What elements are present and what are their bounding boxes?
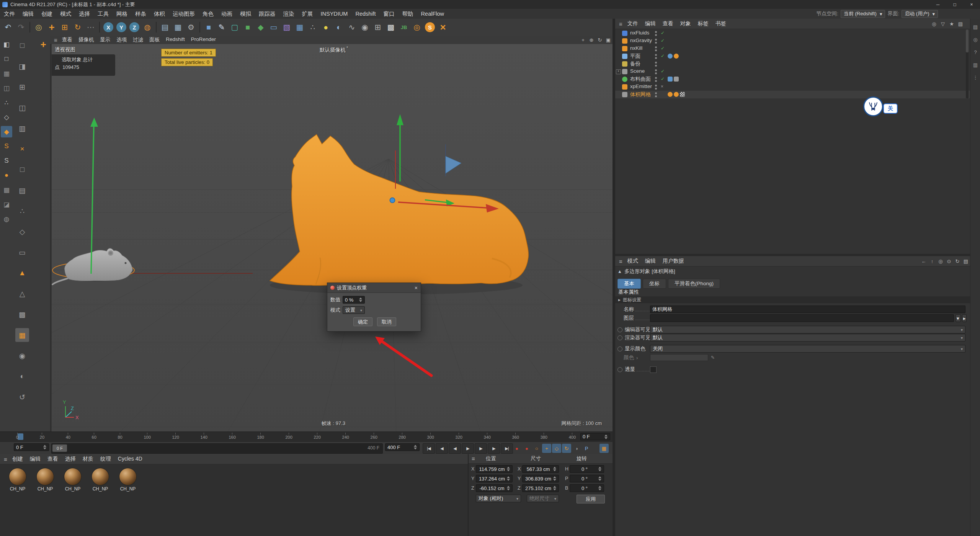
enabled-check-icon[interactable]: ✓ — [661, 69, 665, 74]
tab-basic[interactable]: 基本 — [617, 279, 641, 289]
material-menu-item[interactable]: 查看 — [44, 456, 62, 462]
material-menu-item[interactable]: 选择 — [62, 456, 79, 462]
rot-h-input[interactable]: 0 ° — [570, 465, 604, 473]
record-toggle-icon[interactable]: ◇ — [552, 444, 561, 453]
object-name[interactable]: 备份 — [630, 60, 640, 67]
cancel-button[interactable]: 取消 — [377, 317, 396, 326]
mode-tool-icon[interactable]: ◫ — [1, 82, 12, 94]
viewport-menu-item[interactable]: ProRender — [188, 36, 219, 43]
material-preview[interactable] — [9, 468, 26, 485]
edge-icon[interactable]: ? — [974, 49, 977, 55]
material-preview[interactable] — [37, 468, 54, 485]
menu-item[interactable]: 窗口 — [380, 9, 399, 19]
mode-tool-icon[interactable]: ▦ — [1, 68, 12, 79]
toolbar-icon[interactable]: ● — [319, 21, 332, 34]
apply-button[interactable]: 应用 — [577, 495, 605, 503]
object-tags[interactable] — [668, 92, 685, 97]
enabled-check-icon[interactable]: ✓ — [661, 76, 665, 82]
camera-label[interactable]: 默认摄像机 ° — [320, 46, 348, 54]
left-tool-icon[interactable]: ▥ — [15, 121, 29, 135]
left-tool-icon[interactable]: ◇ — [15, 225, 29, 239]
toolbar-icon[interactable]: ✎ — [215, 21, 228, 34]
object-name[interactable]: 布料曲面 — [630, 76, 651, 83]
object-menu-item[interactable]: 书签 — [712, 20, 730, 27]
timeline-slider-grip[interactable]: 0 F — [52, 444, 67, 452]
expand-icon[interactable]: + — [616, 69, 621, 74]
layer-link-icon[interactable]: ▸ — [962, 314, 967, 322]
mode-tool-icon[interactable]: ◧ — [1, 39, 12, 50]
edge-icon[interactable]: ▥ — [973, 62, 978, 68]
left-tool-icon[interactable]: ◫ — [15, 101, 29, 114]
viewport-menu-item[interactable]: 显示 — [97, 36, 113, 43]
object-row[interactable]: xpEmitter × — [615, 83, 970, 91]
left-tool-icon[interactable]: ◐ — [15, 369, 29, 383]
menu-item[interactable]: 网格 — [113, 9, 131, 19]
attribute-manager-icon[interactable]: ◎ — [937, 258, 944, 265]
object-icon[interactable] — [622, 38, 627, 44]
object-name[interactable]: nxKill — [630, 45, 642, 51]
menu-item[interactable]: RealFlow — [417, 9, 448, 19]
record-toggle-icon[interactable]: ◑ — [572, 444, 581, 453]
object-name[interactable]: 体积网格 — [630, 91, 651, 98]
object-icon[interactable] — [622, 69, 627, 74]
toolbar-icon[interactable]: Z — [129, 22, 139, 32]
object-name[interactable]: Scene — [630, 68, 645, 74]
size-x-input[interactable]: 567.33 cm — [522, 465, 559, 473]
mode-tool-icon[interactable]: □ — [1, 53, 12, 65]
attribute-manager-icon[interactable]: ▤ — [962, 258, 969, 265]
object-icon[interactable] — [622, 31, 627, 36]
mode-tool-icon[interactable]: ◆ — [1, 126, 12, 137]
toolbar-icon[interactable]: ■ — [241, 21, 254, 34]
viewport-menu-item[interactable]: 查看 — [59, 36, 75, 43]
visibility-dots[interactable] — [655, 31, 657, 36]
toolbar-icon[interactable]: ▦ — [293, 21, 306, 34]
toolbar-icon[interactable]: ⚙ — [185, 21, 198, 34]
attribute-menu-item[interactable]: 编辑 — [642, 258, 659, 265]
menu-item[interactable]: 编辑 — [19, 9, 38, 19]
start-frame-field[interactable]: 0 F — [14, 443, 49, 451]
viewport-menu-item[interactable]: 面板 — [146, 36, 163, 43]
mode-tool-icon[interactable]: ▩ — [1, 184, 12, 196]
left-tool-icon[interactable]: × — [15, 142, 29, 156]
object-manager-icon[interactable]: ▽ — [939, 20, 946, 27]
toolbar-icon[interactable] — [29, 22, 30, 33]
object-icon[interactable] — [622, 77, 627, 82]
mode-tool-icon[interactable]: ◇ — [1, 111, 12, 123]
timeline-ruler[interactable]: 0204060801001201401601802002202402602803… — [0, 431, 612, 442]
axis-plus-icon[interactable]: + — [38, 39, 49, 50]
object-row[interactable]: nxKill ✓ — [615, 45, 970, 52]
spinner[interactable] — [359, 297, 363, 302]
name-input[interactable]: 体积网格 — [650, 306, 965, 313]
toolbar-icon[interactable]: ⊞ — [371, 21, 384, 34]
toolbar-icon[interactable]: ▩ — [384, 21, 397, 34]
menu-item[interactable]: 渲染 — [279, 9, 298, 19]
attribute-manager-icon[interactable]: ↑ — [929, 258, 936, 265]
object-icon[interactable] — [622, 54, 627, 59]
frame-field[interactable]: 0 F — [580, 433, 610, 440]
tab-phong[interactable]: 平滑着色(Phong) — [668, 279, 720, 289]
left-tool-icon[interactable]: ▭ — [15, 245, 29, 259]
left-tool-icon[interactable]: ⊞ — [15, 80, 29, 94]
size-y-input[interactable]: 306.839 cm — [522, 475, 559, 482]
edge-icon[interactable]: ▤ — [973, 24, 978, 30]
toolbar-icon[interactable]: JB — [397, 21, 410, 34]
scrollbar[interactable] — [966, 29, 969, 98]
keyframe-dot-icon[interactable] — [617, 327, 622, 332]
object-menu-item[interactable]: 编辑 — [642, 20, 659, 27]
enabled-check-icon[interactable]: ✓ — [661, 38, 665, 43]
object-menu-item[interactable]: 对象 — [677, 20, 694, 27]
mode-tool-icon[interactable]: S — [1, 141, 12, 152]
toolbar-icon[interactable]: ∴ — [306, 21, 319, 34]
panel-grip-icon[interactable]: ≡ — [617, 258, 624, 265]
left-tool-icon[interactable]: ▤ — [15, 183, 29, 197]
object-icon[interactable] — [622, 92, 627, 97]
toolbar-icon[interactable]: ▢ — [228, 21, 241, 34]
weight-value-input[interactable]: 0 % — [343, 296, 365, 304]
tab-coordinates[interactable]: 坐标 — [643, 279, 666, 289]
attribute-menu-item[interactable]: 用户数据 — [659, 258, 688, 265]
close-button[interactable]: × — [963, 0, 980, 9]
attribute-manager-icon[interactable]: ⊙ — [946, 258, 952, 265]
keyframe-dot-icon[interactable] — [617, 367, 622, 372]
enabled-check-icon[interactable]: ✓ — [661, 30, 665, 36]
viewport-canvas[interactable]: Y Z X 透视视图 选取对象 总计 点 109475 默认摄像机 ° Numb… — [52, 44, 612, 431]
